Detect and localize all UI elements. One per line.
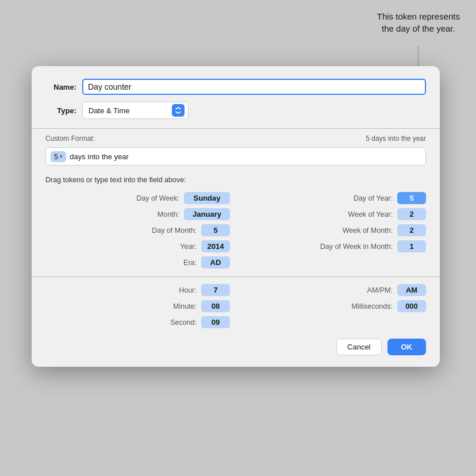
token-row-month: Month: January <box>45 208 230 220</box>
custom-format-section: Custom Format: 5 days into the year 5 ▾ … <box>45 129 426 170</box>
custom-format-header: Custom Format: 5 days into the year <box>45 135 426 143</box>
day-of-week-label: Day of Week: <box>136 194 179 202</box>
type-label: Type: <box>45 106 76 115</box>
token-sunday[interactable]: Sunday <box>184 192 230 204</box>
type-row: Type: Date & Time <box>45 102 426 119</box>
name-row: Name: <box>45 79 426 95</box>
token-week-of-month[interactable]: 2 <box>397 224 426 236</box>
token-row-second: Second: 09 <box>45 316 230 328</box>
token-chevron-icon: ▾ <box>60 153 63 159</box>
ampm-label: AM/PM: <box>367 286 393 294</box>
token-row-day-of-month: Day of Month: 5 <box>45 224 230 236</box>
token-row-era: Era: AD <box>45 256 230 268</box>
type-chevron-icon <box>172 104 185 117</box>
type-select[interactable]: Date & Time <box>82 102 189 119</box>
token-year[interactable]: 2014 <box>201 240 230 252</box>
token-day-of-week-in-month[interactable]: 1 <box>397 240 426 252</box>
name-input[interactable] <box>82 79 426 95</box>
token-row-week-of-month: Week of Month: 2 <box>241 224 426 236</box>
token-era[interactable]: AD <box>201 256 230 268</box>
month-label: Month: <box>158 210 179 218</box>
tooltip: This token represents the day of the yea… <box>377 10 460 34</box>
token-pill-5[interactable]: 5 ▾ <box>51 151 66 162</box>
token-row-day-of-week: Day of Week: Sunday <box>45 192 230 204</box>
token-day-of-month[interactable]: 5 <box>201 224 230 236</box>
time-section: Hour: 7 AM/PM: AM Minute: 08 Millisecond… <box>45 284 426 328</box>
year-label: Year: <box>180 243 197 251</box>
tooltip-line1: This token represents <box>377 11 460 21</box>
format-suffix: days into the year <box>70 152 129 161</box>
day-of-month-label: Day of Month: <box>152 227 197 235</box>
token-minute[interactable]: 08 <box>201 300 230 312</box>
token-row-day-of-week-in-month: Day of Week in Month: 1 <box>241 240 426 252</box>
week-of-year-label: Week of Year: <box>348 210 393 218</box>
cancel-button[interactable]: Cancel <box>336 339 381 355</box>
button-row: Cancel OK <box>45 339 426 355</box>
milliseconds-label: Milliseconds: <box>351 302 393 310</box>
drag-instruction: Drag tokens or type text into the field … <box>45 176 426 184</box>
token-day-of-year[interactable]: 5 <box>397 192 426 204</box>
hour-label: Hour: <box>179 286 197 294</box>
custom-format-field[interactable]: 5 ▾ days into the year <box>45 147 426 166</box>
token-row-milliseconds: Milliseconds: 000 <box>241 300 426 312</box>
token-week-of-year[interactable]: 2 <box>397 208 426 220</box>
ok-button[interactable]: OK <box>387 339 427 355</box>
token-second[interactable]: 09 <box>201 316 230 328</box>
token-ampm[interactable]: AM <box>397 284 426 296</box>
token-row-week-of-year: Week of Year: 2 <box>241 208 426 220</box>
dialog: Name: Type: Date & Time Custom Format: 5… <box>32 66 440 367</box>
day-of-week-in-month-label: Day of Week in Month: <box>320 243 393 251</box>
minute-label: Minute: <box>173 302 197 310</box>
token-row-ampm: AM/PM: AM <box>241 284 426 296</box>
token-row-hour: Hour: 7 <box>45 284 230 296</box>
tokens-section: Day of Week: Sunday Day of Year: 5 Month… <box>45 192 426 268</box>
era-label: Era: <box>183 259 197 267</box>
custom-format-label: Custom Format: <box>45 135 95 143</box>
tooltip-line2: the day of the year. <box>382 24 455 33</box>
week-of-month-label: Week of Month: <box>343 227 393 235</box>
token-milliseconds[interactable]: 000 <box>397 300 426 312</box>
token-pill-value: 5 <box>54 152 58 161</box>
name-label: Name: <box>45 83 76 91</box>
type-select-text: Date & Time <box>89 106 168 115</box>
token-january[interactable]: January <box>184 208 230 220</box>
divider-middle <box>32 277 440 277</box>
second-label: Second: <box>170 318 197 327</box>
custom-format-preview: 5 days into the year <box>366 135 426 143</box>
token-row-minute: Minute: 08 <box>45 300 230 312</box>
token-row-year: Year: 2014 <box>45 240 230 252</box>
token-row-day-of-year: Day of Year: 5 <box>241 192 426 204</box>
day-of-year-label: Day of Year: <box>354 194 393 202</box>
token-hour[interactable]: 7 <box>201 284 230 296</box>
